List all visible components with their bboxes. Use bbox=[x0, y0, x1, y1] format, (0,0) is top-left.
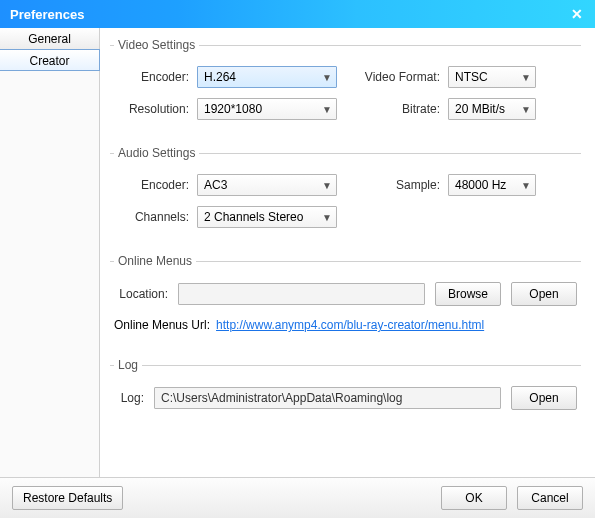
log-label: Log: bbox=[114, 391, 144, 405]
channels-select[interactable]: 2 Channels Stereo ▼ bbox=[197, 206, 337, 228]
video-format-select[interactable]: NTSC ▼ bbox=[448, 66, 536, 88]
chevron-down-icon: ▼ bbox=[521, 104, 531, 115]
audio-legend: Audio Settings bbox=[114, 146, 199, 160]
video-encoder-label: Encoder: bbox=[114, 70, 189, 84]
audio-encoder-select[interactable]: AC3 ▼ bbox=[197, 174, 337, 196]
resolution-label: Resolution: bbox=[114, 102, 189, 116]
sample-select[interactable]: 48000 Hz ▼ bbox=[448, 174, 536, 196]
chevron-down-icon: ▼ bbox=[322, 180, 332, 191]
video-format-label: Video Format: bbox=[355, 70, 440, 84]
online-menus-group: Online Menus Location: Browse Open Onlin… bbox=[110, 254, 581, 344]
restore-defaults-button[interactable]: Restore Defaults bbox=[12, 486, 123, 510]
menus-legend: Online Menus bbox=[114, 254, 196, 268]
resolution-select[interactable]: 1920*1080 ▼ bbox=[197, 98, 337, 120]
tab-general[interactable]: General bbox=[0, 28, 99, 50]
window-title: Preferences bbox=[10, 7, 84, 22]
body: General Creator Video Settings Encoder: … bbox=[0, 28, 595, 478]
location-input[interactable] bbox=[178, 283, 425, 305]
browse-button[interactable]: Browse bbox=[435, 282, 501, 306]
chevron-down-icon: ▼ bbox=[521, 72, 531, 83]
video-settings-group: Video Settings Encoder: H.264 ▼ Video Fo… bbox=[110, 38, 581, 132]
menus-url-label: Online Menus Url: bbox=[114, 318, 210, 332]
log-input[interactable]: C:\Users\Administrator\AppData\Roaming\l… bbox=[154, 387, 501, 409]
open-log-button[interactable]: Open bbox=[511, 386, 577, 410]
chevron-down-icon: ▼ bbox=[322, 72, 332, 83]
location-label: Location: bbox=[114, 287, 168, 301]
chevron-down-icon: ▼ bbox=[322, 104, 332, 115]
audio-settings-group: Audio Settings Encoder: AC3 ▼ Sample: 48… bbox=[110, 146, 581, 240]
content: Video Settings Encoder: H.264 ▼ Video Fo… bbox=[100, 28, 595, 477]
log-group: Log Log: C:\Users\Administrator\AppData\… bbox=[110, 358, 581, 422]
video-encoder-select[interactable]: H.264 ▼ bbox=[197, 66, 337, 88]
chevron-down-icon: ▼ bbox=[521, 180, 531, 191]
bitrate-label: Bitrate: bbox=[355, 102, 440, 116]
log-legend: Log bbox=[114, 358, 142, 372]
ok-button[interactable]: OK bbox=[441, 486, 507, 510]
sidebar: General Creator bbox=[0, 28, 100, 477]
video-legend: Video Settings bbox=[114, 38, 199, 52]
audio-encoder-label: Encoder: bbox=[114, 178, 189, 192]
sample-label: Sample: bbox=[355, 178, 440, 192]
titlebar: Preferences ✕ bbox=[0, 0, 595, 28]
cancel-button[interactable]: Cancel bbox=[517, 486, 583, 510]
close-icon[interactable]: ✕ bbox=[569, 6, 585, 22]
bitrate-select[interactable]: 20 MBit/s ▼ bbox=[448, 98, 536, 120]
chevron-down-icon: ▼ bbox=[322, 212, 332, 223]
tab-creator[interactable]: Creator bbox=[0, 49, 100, 71]
channels-label: Channels: bbox=[114, 210, 189, 224]
menus-url-link[interactable]: http://www.anymp4.com/blu-ray-creator/me… bbox=[216, 318, 484, 332]
open-menus-button[interactable]: Open bbox=[511, 282, 577, 306]
footer: Restore Defaults OK Cancel bbox=[0, 478, 595, 518]
